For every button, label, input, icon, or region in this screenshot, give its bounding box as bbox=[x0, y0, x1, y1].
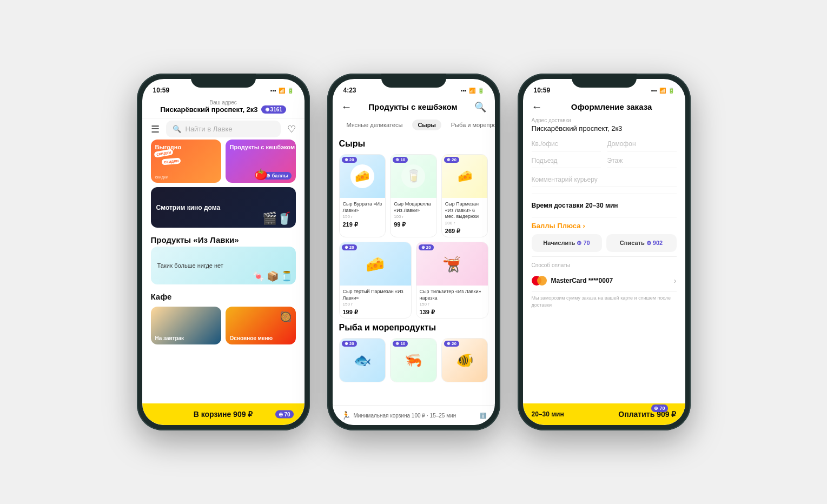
product-fish-1[interactable]: ⊕ 20 🐟 bbox=[339, 338, 386, 382]
burrata-visual: 🧀 bbox=[350, 164, 374, 188]
phone-1: 10:59 ▪▪▪ 📶 🔋 Ваш адрес Пискарёвский про… bbox=[137, 74, 310, 430]
wifi-icon-3: 📶 bbox=[659, 88, 666, 94]
product-tilziter[interactable]: ⊕ 20 🫕 Сыр Тильзитер «Из Лавки» нарезка … bbox=[416, 242, 488, 319]
p3-pay-bar: 20–30 мин Оплатить 909 ₽ ⊕ 70 bbox=[523, 403, 685, 425]
card-name: MasterCard ****0007 bbox=[551, 277, 613, 284]
search-bar[interactable]: 🔍 Найти в Лавке bbox=[166, 121, 281, 137]
promo-card-vyg[interactable]: Выгодно скидки скидки скидки bbox=[151, 140, 221, 183]
product-pkg: 📦 bbox=[267, 270, 279, 282]
points-value: 3161 bbox=[270, 107, 282, 112]
wifi-icon-2: 📶 bbox=[469, 88, 475, 94]
breakfast-label: На завтрак bbox=[155, 335, 184, 341]
cheese-section-title: Сыры bbox=[339, 135, 488, 154]
charge-label: Начислить bbox=[543, 240, 577, 246]
p3-points-badge: ⊕ 70 bbox=[651, 404, 668, 412]
tab-meats[interactable]: Мясные деликатесы bbox=[341, 120, 408, 130]
pay-button[interactable]: Оплатить 909 ₽ bbox=[618, 410, 676, 419]
pay-btn-wrapper: Оплатить 909 ₽ ⊕ 70 bbox=[618, 410, 676, 419]
product-parmezan[interactable]: ⊕ 20 🧀 Сыр Пармезан «Из Лавки» 6 мес. вы… bbox=[441, 154, 488, 237]
signal-icon-2: ▪▪▪ bbox=[461, 88, 467, 94]
product-burrata[interactable]: ⊕ 20 🧀 Сыр Буррата «Из Лавки» 150 г 219 … bbox=[339, 154, 386, 237]
bally-section: Баллы Плюса › Начислить ⊕ 70 Списать ⊕ 9… bbox=[532, 222, 677, 252]
iz-lavki-sub: Таких больше нигде нет bbox=[157, 262, 223, 269]
product-img-kesh: 🍅 bbox=[254, 168, 268, 181]
mc-right-circle bbox=[537, 276, 547, 286]
favorites-icon[interactable]: ♡ bbox=[287, 123, 296, 135]
delivery-time: Время доставки 20–30 мин bbox=[532, 198, 677, 213]
hamburger-icon[interactable]: ☰ bbox=[151, 123, 160, 135]
charge-amount: ⊕ 70 bbox=[577, 240, 590, 246]
apt-field[interactable]: Кв./офис bbox=[532, 137, 601, 151]
address-label-3: Адрес доставки bbox=[532, 117, 677, 123]
battery-icon-3: 🔋 bbox=[668, 88, 674, 94]
chevron-bally: › bbox=[583, 222, 585, 230]
address-label: Ваш адрес bbox=[151, 100, 296, 105]
payment-row[interactable]: MasterCard ****0007 › bbox=[532, 270, 677, 291]
signal-icon: ▪▪▪ bbox=[270, 88, 276, 94]
cashback-fish1: ⊕ 20 bbox=[342, 341, 357, 347]
product-candy: 🍬 bbox=[253, 270, 264, 282]
iz-lavki-title: Продукты «Из Лавки» bbox=[142, 232, 305, 247]
comment-field[interactable]: Комментарий курьеру bbox=[532, 173, 677, 187]
skidki-label-3: скидки bbox=[155, 175, 169, 180]
cart-bar[interactable]: В корзине 909 ₽ ⊕ 70 bbox=[142, 403, 305, 425]
floor-field[interactable]: Этаж bbox=[607, 154, 677, 168]
promo-kesh-text: Продукты с кешбэком bbox=[230, 144, 295, 150]
back-button-2[interactable]: ← bbox=[341, 101, 352, 113]
parm-price: 269 ₽ bbox=[445, 228, 485, 235]
fish1-img: ⊕ 20 🐟 bbox=[340, 339, 386, 382]
bally-charge-card[interactable]: Начислить ⊕ 70 bbox=[532, 234, 602, 252]
cashback-mozz: ⊕ 10 bbox=[393, 157, 408, 163]
wifi-icon: 📶 bbox=[279, 88, 285, 94]
kino-text: Смотрим кино дома bbox=[156, 204, 221, 211]
entrance-field[interactable]: Подъезд bbox=[532, 154, 601, 168]
main-menu-label: Основное меню bbox=[230, 335, 273, 341]
plus-icon: ⊕ bbox=[265, 107, 269, 112]
product-mozzarella[interactable]: ⊕ 10 🥛 Сыр Моцарелла «Из Лавки» 100 г 99… bbox=[390, 154, 437, 237]
spend-label: Списать bbox=[620, 240, 646, 246]
kafe-title: Кафе bbox=[151, 289, 296, 303]
divider-3 bbox=[532, 256, 677, 257]
product-terty[interactable]: ⊕ 20 🧀 Сыр тёртый Пармезан «Из Лавки» 15… bbox=[339, 242, 412, 319]
min-basket-bar: 🏃 Минимальная корзина 100 ₽ · 15–25 мин … bbox=[333, 405, 495, 425]
status-icons-3: ▪▪▪ 📶 🔋 bbox=[651, 88, 674, 94]
terty-price: 199 ₽ bbox=[343, 309, 408, 316]
bally-spend-card[interactable]: Списать ⊕ 902 bbox=[606, 234, 677, 252]
tilz-info: Сыр Тильзитер «Из Лавки» нарезка 150 г 1… bbox=[416, 286, 488, 318]
burrata-info: Сыр Буррата «Из Лавки» 150 г 219 ₽ bbox=[340, 198, 386, 230]
payment-note: Мы заморозим сумму заказа на вашей карте… bbox=[532, 295, 677, 308]
product-fish-3[interactable]: ⊕ 20 🐠 bbox=[441, 338, 488, 382]
tab-fish[interactable]: Рыба и морепроду... bbox=[446, 120, 495, 130]
terty-name: Сыр тёртый Пармезан «Из Лавки» bbox=[343, 289, 408, 301]
product-fish-2[interactable]: ⊕ 10 🦐 bbox=[390, 338, 437, 382]
min-basket-text: Минимальная корзина 100 ₽ · 15–25 мин bbox=[354, 413, 456, 419]
intercom-field[interactable]: Домофон bbox=[607, 137, 677, 151]
promo-card-kesh[interactable]: Продукты с кешбэком ⊕ баллы 🍅 bbox=[226, 140, 296, 183]
battery-icon-2: 🔋 bbox=[478, 88, 484, 94]
kino-chips: 🎬🥤 bbox=[262, 211, 292, 226]
kafe-card-breakfast[interactable]: На завтрак bbox=[151, 307, 221, 344]
food-icon: 🥘 bbox=[280, 311, 292, 323]
p3-time-label: 20–30 мин bbox=[532, 410, 564, 418]
payment-label: Способ оплаты bbox=[532, 262, 677, 268]
search-button-2[interactable]: 🔍 bbox=[474, 101, 486, 113]
terty-visual: 🧀 bbox=[366, 255, 385, 273]
time-2: 4:23 bbox=[343, 87, 356, 94]
category-tabs: Мясные деликатесы Сыры Рыба и морепроду.… bbox=[333, 117, 495, 135]
p3-title: Оформление заказа bbox=[547, 102, 677, 111]
address-value-3: Пискарёвский проспект, 2к3 bbox=[532, 124, 677, 132]
back-button-3[interactable]: ← bbox=[532, 101, 542, 113]
tab-cheese[interactable]: Сыры bbox=[412, 120, 441, 130]
bally-plus-link[interactable]: Баллы Плюса › bbox=[532, 222, 677, 230]
product-snack: 🫙 bbox=[281, 270, 293, 282]
phone-2: 4:23 ▪▪▪ 📶 🔋 ← Продукты с кешбэком 🔍 Мяс… bbox=[327, 74, 500, 430]
tilz-img: ⊕ 20 🫕 bbox=[416, 242, 488, 286]
kafe-card-main[interactable]: 🥘 Основное меню bbox=[226, 307, 296, 344]
iz-lavki-banner[interactable]: Таких больше нигде нет 🍬 📦 🫙 bbox=[151, 247, 296, 284]
parm-name: Сыр Пармезан «Из Лавки» 6 мес. выдержки bbox=[445, 201, 485, 220]
kino-banner[interactable]: Смотрим кино дома 🎬🥤 bbox=[151, 187, 296, 228]
fish2-visual: 🦐 bbox=[405, 352, 422, 369]
runner-icon: 🏃 bbox=[341, 411, 350, 420]
mozz-name: Сыр Моцарелла «Из Лавки» bbox=[394, 201, 433, 214]
p2-scroll: Сыры ⊕ 20 🧀 Сыр Буррата «Из Лавки» 150 г… bbox=[333, 135, 495, 425]
